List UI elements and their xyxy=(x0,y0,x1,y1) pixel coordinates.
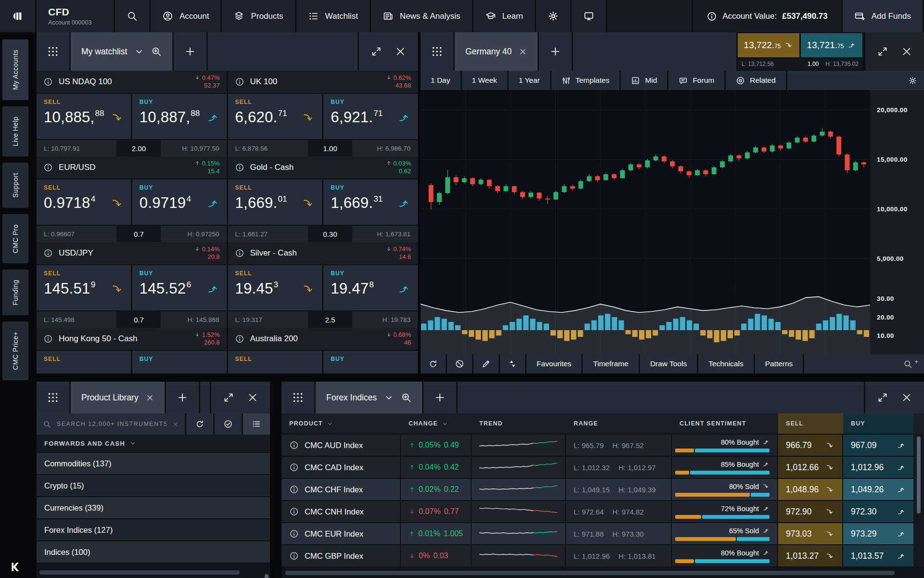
watchlist-tab[interactable]: My watchlist xyxy=(71,32,172,71)
pencil-tool-button[interactable] xyxy=(474,354,499,373)
chart-tab[interactable]: Germany 40 xyxy=(455,32,538,71)
nav-item-products[interactable]: Products xyxy=(222,0,296,32)
library-item-forex-indices-127-[interactable]: Forex Indices (127) xyxy=(37,519,270,541)
instrument-name-row[interactable]: UK 100 0.62%43.68 xyxy=(228,71,418,94)
product-cell[interactable]: CMC EUR Index xyxy=(282,523,401,544)
chart-toolbar-templates[interactable]: Templates xyxy=(552,71,620,90)
forex-add-tab-button[interactable] xyxy=(424,382,456,413)
column-header-range[interactable]: RANGE xyxy=(566,413,672,434)
close-icon[interactable] xyxy=(395,46,406,57)
product-cell[interactable]: CMC CAD Index xyxy=(282,457,401,478)
buy-button[interactable]: 972.30 xyxy=(843,501,913,522)
sidebar-item-cmc-price-[interactable]: CMC Price+ xyxy=(2,321,28,380)
chevron-down-icon[interactable] xyxy=(134,47,144,56)
column-header-buy[interactable]: BUY xyxy=(843,413,913,434)
forex-grid-button[interactable] xyxy=(282,382,314,413)
buy-button[interactable]: BUY0.97194 xyxy=(132,180,227,225)
instrument-name-row[interactable]: Silver - Cash 0.74%14.6 xyxy=(228,242,418,265)
tab-close-icon[interactable] xyxy=(519,48,527,56)
column-header-client-sentiment[interactable]: CLIENT SENTIMENT xyxy=(672,413,778,434)
chart-tool-favourites[interactable]: Favourites xyxy=(526,354,581,373)
chart-toolbar-1-year[interactable]: 1 Year xyxy=(509,71,550,90)
library-hscrollbar[interactable] xyxy=(37,569,270,575)
expand-icon[interactable] xyxy=(371,46,382,57)
buy-button[interactable]: 1,013.57 xyxy=(843,545,913,566)
sidebar-item-support[interactable]: Support xyxy=(2,163,28,208)
nav-item-watchlist[interactable]: Watchlist xyxy=(296,0,371,32)
chart-tool-draw-tools[interactable]: Draw Tools xyxy=(640,354,697,373)
instrument-name-row[interactable]: Australia 200 0.68%46 xyxy=(228,328,418,351)
column-header-trend[interactable]: TREND xyxy=(472,413,566,434)
instrument-name-row[interactable]: US NDAQ 100 0.47%52.37 xyxy=(37,71,227,94)
close-icon[interactable] xyxy=(247,392,258,403)
buy-button[interactable]: BUY145.526 xyxy=(132,265,227,310)
search-plus-icon[interactable] xyxy=(401,392,411,403)
sell-button[interactable]: SELL1,669.01 xyxy=(228,180,322,225)
sell-button[interactable]: SELL xyxy=(37,351,131,373)
chart-sell-button[interactable]: 13,722.75 xyxy=(738,33,799,57)
sidebar-item-funding[interactable]: Funding xyxy=(2,270,28,315)
forex-scrollbar[interactable] xyxy=(917,437,921,514)
nav-item-learn[interactable]: Learn xyxy=(474,0,536,32)
table-row-cmc-eur-index[interactable]: CMC EUR Index0.01%1.005L: 971.88H: 973.3… xyxy=(282,523,924,545)
buy-button[interactable]: BUY xyxy=(132,351,227,373)
chart-toolbar-1-week[interactable]: 1 Week xyxy=(462,71,507,90)
chart-toolbar-1-day[interactable]: 1 Day xyxy=(421,71,461,90)
library-item-commodities-137-[interactable]: Commodities (137) xyxy=(37,453,270,475)
library-grid-button[interactable] xyxy=(37,382,69,413)
forex-tab[interactable]: Forex Indices xyxy=(316,382,422,413)
chart-add-tab-button[interactable] xyxy=(539,32,572,71)
instrument-name-row[interactable]: Hong Kong 50 - Cash 1.52%260.8 xyxy=(37,328,227,351)
table-row-cmc-aud-index[interactable]: CMC AUD Index0.05%0.49L: 965.79H: 967.52… xyxy=(282,435,924,457)
buy-button[interactable]: BUY6,921.71 xyxy=(323,94,418,139)
forex-hscrollbar[interactable] xyxy=(282,570,924,576)
library-add-tab-button[interactable] xyxy=(166,382,199,413)
monitor-button[interactable] xyxy=(572,0,607,32)
chart-tool-timeframe[interactable]: Timeframe xyxy=(583,354,639,373)
cursor-tool-button[interactable] xyxy=(500,354,525,373)
chart-tool-patterns[interactable]: Patterns xyxy=(755,354,803,373)
product-cell[interactable]: CMC CHF Index xyxy=(282,479,401,500)
sell-button[interactable]: SELL0.97184 xyxy=(37,180,131,225)
buy-button[interactable]: BUY xyxy=(323,351,418,373)
expand-icon[interactable] xyxy=(877,46,888,57)
search-plus-icon[interactable] xyxy=(151,46,162,57)
buy-button[interactable]: 973.29 xyxy=(843,523,913,544)
product-cell[interactable]: CMC AUD Index xyxy=(282,435,401,456)
table-row-cmc-cnh-index[interactable]: CMC CNH Index0.07%0.77L: 972.64H: 974.82… xyxy=(282,501,924,523)
sell-button[interactable]: 1,013.27 xyxy=(778,545,843,566)
library-tab[interactable]: Product Library xyxy=(71,382,165,413)
buy-button[interactable]: BUY10,887,88 xyxy=(132,94,227,139)
candlestick-chart[interactable] xyxy=(421,90,870,288)
sell-button[interactable]: 1,012.66 xyxy=(778,457,843,478)
search-button[interactable] xyxy=(115,0,151,32)
library-view-button[interactable] xyxy=(243,413,270,435)
close-icon[interactable] xyxy=(901,46,912,57)
sell-button[interactable]: 1,048.96 xyxy=(778,479,843,500)
buy-button[interactable]: BUY19.478 xyxy=(323,265,418,310)
library-item-currencies-339-[interactable]: Currencies (339) xyxy=(37,497,270,519)
buy-button[interactable]: 1,012.96 xyxy=(843,457,913,478)
forex-scroll-track[interactable] xyxy=(913,434,924,566)
library-section-header[interactable]: FORWARDS AND CASH xyxy=(37,435,270,453)
nav-item-news-analysis[interactable]: News & Analysis xyxy=(371,0,474,32)
chart-grid-button[interactable] xyxy=(421,32,453,71)
chevron-down-icon[interactable] xyxy=(384,393,394,402)
buy-button[interactable]: BUY1,669.31 xyxy=(323,180,418,225)
product-cell[interactable]: CMC GBP Index xyxy=(282,545,401,566)
watchlist-add-tab-button[interactable] xyxy=(174,32,206,71)
watchlist-grid-button[interactable] xyxy=(37,32,69,71)
sell-button[interactable]: SELL19.453 xyxy=(228,265,322,310)
chart-tool-technicals[interactable]: Technicals xyxy=(698,354,753,373)
price-axis[interactable]: 20,000.0015,000.0010,000.005,000.0030.00… xyxy=(870,90,924,354)
sidebar-item-my-accounts[interactable]: My Accounts xyxy=(2,39,28,100)
sell-button[interactable]: 966.79 xyxy=(778,435,843,456)
column-header-product[interactable]: PRODUCT xyxy=(282,413,401,434)
chart-toolbar-mid[interactable]: Mid xyxy=(621,71,667,90)
library-filter-button[interactable] xyxy=(215,413,242,435)
clear-search-icon[interactable] xyxy=(172,421,179,427)
close-icon[interactable] xyxy=(901,392,912,403)
sell-button[interactable]: 972.90 xyxy=(778,501,843,522)
column-header-sell[interactable]: SELL xyxy=(778,413,843,434)
cmc-logo[interactable] xyxy=(0,0,37,32)
